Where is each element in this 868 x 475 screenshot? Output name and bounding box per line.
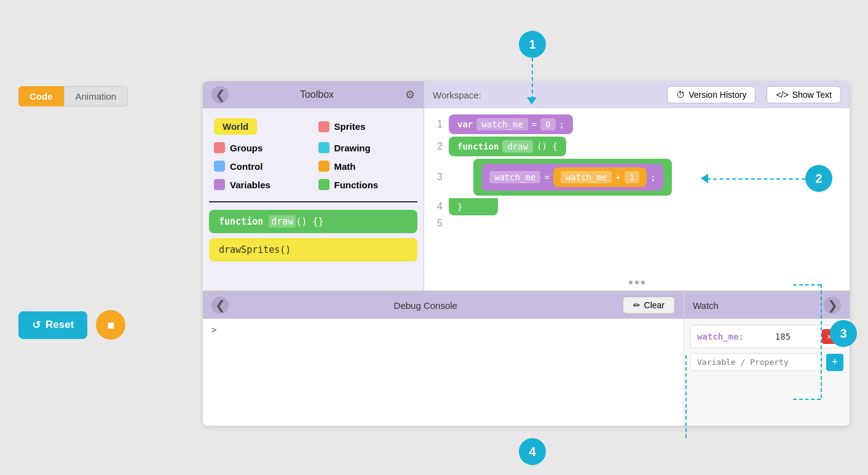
debug-content: > <box>203 319 684 426</box>
clear-button[interactable]: ✏ Clear <box>623 297 675 314</box>
toolbox-header: ❮ Toolbox ⚙ <box>203 81 424 108</box>
semicolon1: ; <box>559 119 564 129</box>
sidebar-item-math[interactable]: Math <box>314 157 418 175</box>
fn-draw: draw <box>269 215 296 228</box>
watch-expand-icon[interactable]: ❯ <box>824 297 841 314</box>
sidebar-item-variables[interactable]: Variables <box>209 175 314 194</box>
line-num-2: 2 <box>433 141 443 152</box>
block-close-brace: } <box>449 198 498 215</box>
groups-dot <box>214 142 225 153</box>
watch-var-value: 185 <box>775 332 791 341</box>
code-line-1: 1 var watch_me = 0 ; <box>433 114 841 134</box>
control-dot <box>214 161 225 172</box>
drawing-dot <box>318 142 329 153</box>
watch-var-name: watch_me: <box>697 332 744 341</box>
sidebar-item-groups[interactable]: Groups <box>209 138 314 157</box>
sidebar-item-label-variables: Variables <box>230 180 270 190</box>
wdot-1 <box>629 281 633 284</box>
math-var: watch_me <box>561 171 612 183</box>
block-assign-expr[interactable]: watch_me = watch_me + 1 ; <box>473 159 672 196</box>
reset-label: Reset <box>45 319 74 331</box>
debug-console: ❮ Debug Console ✏ Clear > <box>203 292 684 426</box>
sidebar-item-label-math: Math <box>334 161 356 172</box>
version-history-label: Version History <box>688 90 746 100</box>
workspace-drag-dots <box>629 281 645 284</box>
sidebar-item-label-sprites: Sprites <box>334 121 366 132</box>
debug-header: ❮ Debug Console ✏ Clear <box>203 292 684 319</box>
sidebar-item-sprites[interactable]: Sprites <box>314 114 418 138</box>
clock-icon: ⏱ <box>676 90 685 100</box>
watch-title: Watch <box>693 300 719 311</box>
dashed-line-2 <box>707 178 805 180</box>
math-num: 1 <box>625 171 639 183</box>
top-section: ❮ Toolbox ⚙ World Sprites Groups <box>203 81 850 290</box>
sidebar-item-functions[interactable]: Functions <box>314 175 418 194</box>
annotation-4: 4 <box>519 438 546 465</box>
arrow-1 <box>527 97 537 105</box>
bottom-controls: ↺ Reset ■ <box>18 310 125 340</box>
tab-code[interactable]: Code <box>18 86 64 106</box>
variables-dot <box>214 179 225 190</box>
sidebar-item-label-drawing: Drawing <box>334 143 371 153</box>
sidebar-item-control[interactable]: Control <box>209 157 314 175</box>
block-drawsprites[interactable]: drawSprites() <box>209 238 417 261</box>
kw-function: function <box>219 216 269 227</box>
code-line-2: 2 function draw () { <box>433 137 841 156</box>
annotation-3: 3 <box>830 320 857 347</box>
reset-button[interactable]: ↺ Reset <box>18 311 87 339</box>
tab-animation[interactable]: Animation <box>64 86 128 106</box>
toolbox-gear-icon[interactable]: ⚙ <box>405 88 415 102</box>
version-history-button[interactable]: ⏱ Version History <box>667 86 756 103</box>
debug-collapse-icon[interactable]: ❮ <box>211 297 229 314</box>
arrow-2 <box>701 174 708 183</box>
annotation-2: 2 <box>805 165 832 192</box>
tab-bar: Code Animation <box>18 86 128 106</box>
sidebar-item-drawing[interactable]: Drawing <box>314 138 418 157</box>
dashed-bracket-3-bot-h <box>793 399 821 400</box>
annotation-num-2: 2 <box>815 172 822 186</box>
var-name: watch_me <box>476 118 527 130</box>
block-math-expr: watch_me + 1 <box>553 167 647 187</box>
equals: = <box>532 119 537 129</box>
fn-parens2: () { <box>537 142 558 151</box>
sidebar-item-label-control: Control <box>230 161 262 172</box>
show-text-button[interactable]: </> Show Text <box>767 86 841 103</box>
dashed-bracket-3-top-h <box>793 284 821 285</box>
block-var-watchme[interactable]: var watch_me = 0 ; <box>449 114 573 134</box>
fn-draw2: draw <box>502 140 533 153</box>
code-bracket-icon: </> <box>776 90 788 100</box>
show-text-label: Show Text <box>792 90 832 100</box>
block-assign-inner: watch_me = watch_me + 1 ; <box>482 164 663 191</box>
debug-title: Debug Console <box>235 300 617 311</box>
block-function-draw[interactable]: function draw () { <box>449 137 566 156</box>
debug-prompt: > <box>211 325 216 335</box>
watch-panel: Watch ❯ watch_me: 185 × + <box>684 292 850 426</box>
toolbox-divider <box>209 201 417 202</box>
workspace-label: Workspace: <box>433 90 481 100</box>
code-line-4: 4 } <box>433 198 841 215</box>
toolbox-categories: World Sprites Groups Drawing <box>203 108 424 200</box>
pencil-icon: ✏ <box>633 300 641 310</box>
main-panel: ❮ Toolbox ⚙ World Sprites Groups <box>203 81 850 426</box>
sidebar-item-world[interactable]: World <box>209 114 314 138</box>
plus-icon: + <box>832 356 838 369</box>
semicolon3: ; <box>650 172 655 182</box>
line-num-1: 1 <box>433 119 443 130</box>
watch-add-button[interactable]: + <box>826 354 843 371</box>
sprites-dot <box>318 121 329 132</box>
code-line-5: 5 <box>433 218 841 229</box>
assign-eq: = <box>544 172 549 182</box>
stop-button[interactable]: ■ <box>96 310 125 340</box>
toolbox-back-icon[interactable]: ❮ <box>211 86 229 103</box>
wdot-2 <box>635 281 639 284</box>
watch-input-field[interactable] <box>690 353 823 371</box>
line-num-5: 5 <box>433 218 443 229</box>
block-draw-function[interactable]: function draw() {} <box>209 210 417 233</box>
line-num-3: 3 <box>433 172 443 183</box>
clear-label: Clear <box>644 300 665 310</box>
dashed-line-4 <box>685 355 687 438</box>
dashed-line-1 <box>532 58 533 100</box>
reset-icon: ↺ <box>32 319 41 332</box>
bottom-section: ❮ Debug Console ✏ Clear > Watch ❯ watch_… <box>203 290 850 426</box>
kw-function2: function <box>457 142 499 151</box>
